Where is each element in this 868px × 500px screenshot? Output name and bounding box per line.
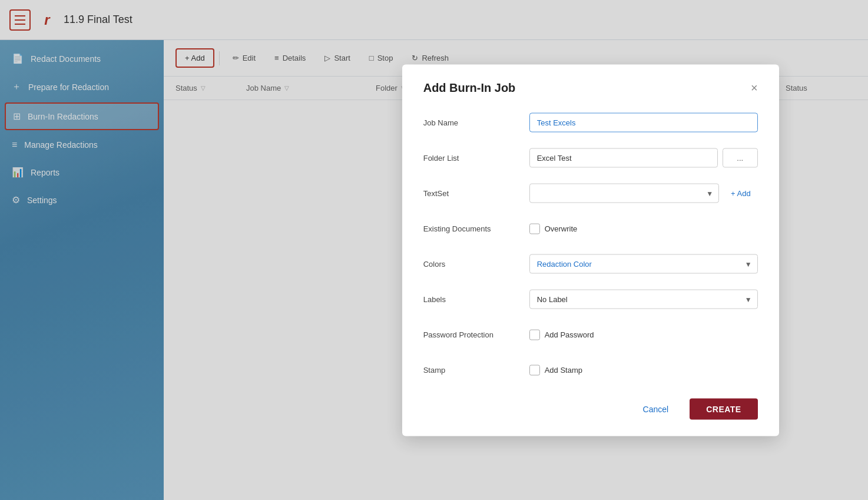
add-password-checkbox-wrapper: Add Password: [529, 329, 594, 340]
password-protection-label: Password Protection: [423, 330, 529, 339]
job-name-input[interactable]: [529, 113, 758, 133]
labels-select-wrapper: No Label Label 1 Label 2 ▼: [529, 290, 758, 309]
colors-label: Colors: [423, 260, 529, 269]
form-row-folder-list: Folder List ...: [423, 146, 758, 170]
form-row-stamp: Stamp Add Stamp: [423, 358, 758, 382]
textset-control: ▼ + Add: [529, 184, 758, 203]
cancel-button[interactable]: Cancel: [631, 398, 681, 419]
modal-header: Add Burn-In Job ×: [423, 81, 758, 94]
labels-select[interactable]: No Label Label 1 Label 2: [529, 290, 758, 309]
create-button[interactable]: CREATE: [690, 398, 758, 419]
form-row-password-protection: Password Protection Add Password: [423, 323, 758, 346]
add-stamp-label: Add Stamp: [545, 366, 582, 375]
overwrite-checkbox[interactable]: [529, 223, 540, 234]
add-burn-in-job-modal: Add Burn-In Job × Job Name Folder List .…: [402, 64, 779, 436]
modal-footer: Cancel CREATE: [423, 398, 758, 419]
labels-control: No Label Label 1 Label 2 ▼: [529, 290, 758, 309]
textset-label: TextSet: [423, 189, 529, 198]
folder-list-input[interactable]: [529, 148, 718, 168]
folder-list-label: Folder List: [423, 154, 529, 163]
password-protection-control: Add Password: [529, 329, 758, 340]
add-stamp-checkbox[interactable]: [529, 365, 540, 375]
modal-close-button[interactable]: ×: [751, 82, 758, 94]
overwrite-label: Overwrite: [545, 224, 578, 233]
form-row-existing-documents: Existing Documents Overwrite: [423, 217, 758, 240]
textset-add-button[interactable]: + Add: [724, 184, 758, 203]
folder-browse-button[interactable]: ...: [723, 148, 758, 168]
form-row-job-name: Job Name: [423, 111, 758, 134]
colors-select-wrapper: Redaction Color Black White Custom ▼: [529, 254, 758, 274]
colors-select[interactable]: Redaction Color Black White Custom: [529, 254, 758, 274]
stamp-control: Add Stamp: [529, 365, 758, 375]
textset-select[interactable]: [529, 184, 719, 203]
modal-title: Add Burn-In Job: [423, 81, 516, 94]
colors-control: Redaction Color Black White Custom ▼: [529, 254, 758, 274]
job-name-label: Job Name: [423, 118, 529, 127]
job-name-control: [529, 113, 758, 133]
labels-label: Labels: [423, 295, 529, 304]
stamp-label: Stamp: [423, 366, 529, 375]
folder-list-control: ...: [529, 148, 758, 168]
overwrite-checkbox-wrapper: Overwrite: [529, 223, 578, 234]
form-row-colors: Colors Redaction Color Black White Custo…: [423, 252, 758, 276]
form-row-labels: Labels No Label Label 1 Label 2 ▼: [423, 287, 758, 311]
textset-select-wrapper: ▼: [529, 184, 719, 203]
add-password-checkbox[interactable]: [529, 329, 540, 340]
existing-documents-label: Existing Documents: [423, 224, 529, 233]
existing-documents-control: Overwrite: [529, 223, 758, 234]
add-stamp-checkbox-wrapper: Add Stamp: [529, 365, 582, 375]
add-password-label: Add Password: [545, 330, 594, 339]
form-row-textset: TextSet ▼ + Add: [423, 181, 758, 205]
